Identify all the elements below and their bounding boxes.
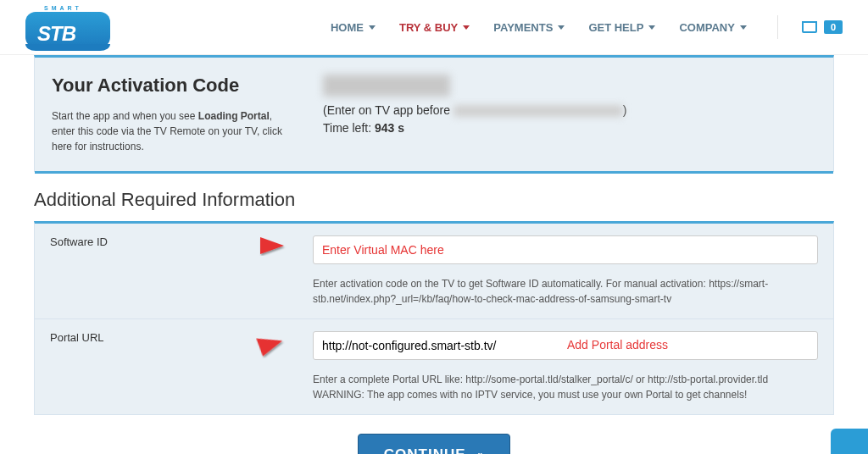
section-title: Additional Required Information — [34, 189, 834, 211]
chevron-down-icon — [740, 25, 747, 30]
logo-box: STB — [25, 12, 110, 47]
activation-panel: Your Activation Code Start the app and w… — [34, 55, 834, 172]
portal-url-field: Add Portal address Enter a complete Port… — [313, 331, 818, 402]
enter-before-line: (Enter on TV app before ) — [323, 102, 816, 119]
portal-url-help: Enter a complete Portal URL like: http:/… — [313, 372, 818, 402]
activation-right: (Enter on TV app before ) Time left: 943… — [323, 75, 816, 154]
logo-base — [25, 44, 110, 51]
cart-icon — [802, 21, 817, 33]
activation-left: Your Activation Code Start the app and w… — [52, 75, 289, 154]
logo[interactable]: SMART STB — [25, 7, 110, 47]
portal-url-label: Portal URL — [50, 331, 279, 402]
page-content: Your Activation Code Start the app and w… — [0, 55, 868, 454]
form-panel: Software ID .form-field input::placehold… — [34, 221, 834, 415]
portal-url-input[interactable] — [313, 331, 818, 360]
time-left-line: Time left: 943 s — [323, 119, 816, 137]
logo-big-text: STB — [37, 22, 75, 46]
activation-title: Your Activation Code — [52, 75, 289, 97]
cart-badge: 0 — [824, 20, 843, 34]
chevron-down-icon — [463, 25, 470, 30]
annotation-arrow-icon — [192, 330, 290, 377]
nav-company[interactable]: COMPANY — [679, 21, 746, 34]
site-header: SMART STB HOME TRY & BUY PAYMENTS GET HE… — [0, 0, 868, 55]
chevron-down-icon — [648, 25, 655, 30]
software-id-input[interactable] — [313, 235, 818, 264]
logo-small-text: SMART — [44, 5, 82, 11]
nav-payments[interactable]: PAYMENTS — [493, 21, 565, 34]
annotation-arrow-icon — [194, 230, 287, 261]
nav-home[interactable]: HOME — [331, 21, 376, 34]
nav-try-buy[interactable]: TRY & BUY — [399, 21, 470, 34]
nav-get-help[interactable]: GET HELP — [588, 21, 655, 34]
main-nav: HOME TRY & BUY PAYMENTS GET HELP COMPANY… — [331, 15, 843, 39]
chat-tab[interactable] — [831, 429, 868, 454]
software-id-label: Software ID — [50, 235, 279, 307]
activation-code-redacted — [323, 75, 450, 97]
software-id-field: .form-field input::placeholder{color:#e6… — [313, 235, 818, 307]
portal-url-row: Portal URL Add Portal address Enter a co… — [35, 318, 833, 414]
cart-button[interactable]: 0 — [802, 20, 843, 34]
nav-divider — [777, 15, 778, 39]
chevron-right-icon: » — [478, 449, 485, 454]
deadline-redacted — [453, 105, 623, 117]
chevron-down-icon — [369, 25, 376, 30]
software-id-help: Enter activation code on the TV to get S… — [313, 276, 818, 307]
button-row: CONTINUE» — [34, 434, 834, 454]
software-id-row: Software ID .form-field input::placehold… — [35, 224, 833, 318]
chevron-down-icon — [558, 25, 565, 30]
continue-button[interactable]: CONTINUE» — [358, 434, 510, 454]
activation-description: Start the app and when you see Loading P… — [52, 108, 289, 154]
